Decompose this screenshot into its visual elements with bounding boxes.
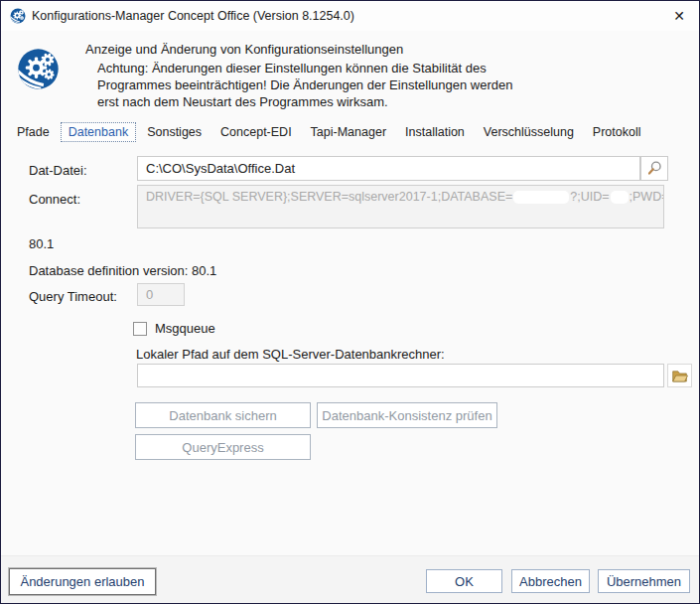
connect-string-box: DRIVER={SQL SERVER};SERVER=sqlserver2017…: [137, 185, 664, 228]
redaction-blob: [611, 191, 629, 204]
tab-tapi-manager[interactable]: Tapi-Manager: [303, 122, 394, 142]
local-path-label: Lokaler Pfad auf dem SQL-Server-Datenban…: [136, 347, 445, 362]
connect-string-part: ;PWD=: [630, 190, 664, 204]
browse-local-path-button[interactable]: [667, 364, 692, 387]
tab-verschluesselung[interactable]: Verschlüsselung: [476, 122, 582, 142]
search-icon: [646, 160, 663, 177]
db-definition-version: Database definition version: 80.1: [29, 263, 216, 278]
warning-text: Achtung: Änderungen dieser Einstellungen…: [97, 60, 512, 110]
tab-installation[interactable]: Installation: [397, 122, 473, 142]
msgqueue-checkbox[interactable]: [133, 322, 147, 336]
datenbank-konsistenz-pruefen-button[interactable]: Datenbank-Konsistenz prüfen: [317, 402, 497, 428]
tab-concept-edi[interactable]: Concept-EDI: [212, 122, 300, 142]
uebernehmen-button[interactable]: Übernehmen: [598, 569, 690, 593]
folder-icon: [671, 369, 688, 383]
tab-bar: Pfade Datenbank Sonstiges Concept-EDI Ta…: [9, 121, 691, 143]
tab-sonstiges[interactable]: Sonstiges: [139, 122, 210, 142]
abbrechen-button[interactable]: Abbrechen: [511, 569, 590, 593]
dialog-heading: Anzeige und Änderung von Konfigurationse…: [85, 42, 403, 57]
dat-datei-input[interactable]: [137, 156, 640, 181]
close-button[interactable]: ✕: [659, 1, 699, 31]
concept-office-logo: [17, 48, 60, 90]
queryexpress-button[interactable]: QueryExpress: [135, 434, 311, 460]
tab-protokoll[interactable]: Protokoll: [585, 122, 649, 142]
title-bar: Konfigurations-Manager Concept Office (V…: [1, 1, 699, 31]
datenbank-sichern-button[interactable]: Datenbank sichern: [135, 402, 311, 428]
redaction-blob: [513, 191, 569, 204]
warning-line: erst nach dem Neustart des Programmes wi…: [97, 93, 512, 110]
browse-dat-file-button[interactable]: [640, 156, 668, 181]
connect-string-part: ?;UID=: [570, 190, 609, 204]
query-timeout-input: [137, 283, 185, 306]
query-timeout-label: Query Timeout:: [29, 289, 117, 304]
app-logo-icon: [10, 8, 26, 24]
window-title: Konfigurations-Manager Concept Office (V…: [32, 1, 354, 31]
connect-string-part: DRIVER={SQL SERVER};SERVER=sqlserver2017…: [146, 190, 512, 204]
tab-datenbank[interactable]: Datenbank: [61, 122, 136, 142]
connect-label: Connect:: [29, 192, 80, 207]
warning-line: Achtung: Änderungen dieser Einstellungen…: [97, 60, 512, 76]
msgqueue-label: Msgqueue: [155, 321, 215, 336]
config-manager-dialog: Konfigurations-Manager Concept Office (V…: [0, 0, 700, 604]
warning-line: Programmes beeinträchtigen! Die Änderung…: [97, 76, 512, 93]
aenderungen-erlauben-button[interactable]: Änderungen erlauben: [9, 568, 156, 595]
tab-pfade[interactable]: Pfade: [9, 122, 58, 142]
dat-datei-label: Dat-Datei:: [29, 163, 87, 178]
version-value: 80.1: [29, 236, 54, 251]
local-path-input[interactable]: [137, 364, 664, 387]
ok-button[interactable]: OK: [426, 569, 502, 593]
